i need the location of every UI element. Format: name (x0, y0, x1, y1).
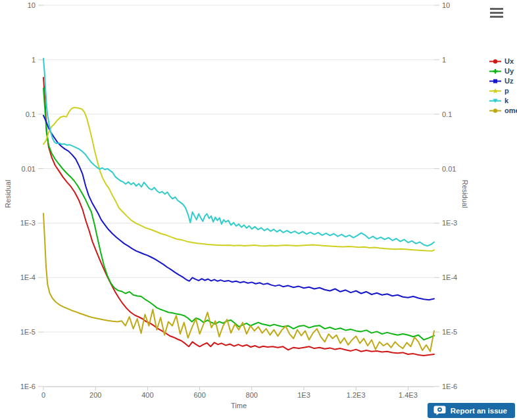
report-issue-button[interactable]: Report an issue (428, 403, 515, 418)
y-axis-label-left: 1 (32, 56, 36, 64)
chart-context-menu-button[interactable] (487, 5, 506, 20)
series-line-p (43, 108, 434, 251)
x-axis-label: 1.2E3 (347, 391, 366, 399)
y-axis-label-left: 1E-3 (20, 219, 36, 227)
legend-marker-circle-icon (489, 108, 501, 114)
residuals-chart: Residual Residual Time 1010110.10.10.010… (0, 0, 517, 420)
x-axis-title: Time (231, 402, 247, 409)
legend-item-Uy[interactable]: Uy (489, 66, 517, 76)
legend-item-Ux[interactable]: Ux (489, 57, 517, 66)
legend-item-p[interactable]: p (489, 86, 517, 96)
y-axis-label-right: 0.01 (442, 165, 456, 173)
residuals-plot-widget: Residual Residual Time 1010110.10.10.010… (0, 0, 517, 420)
x-axis-label: 800 (246, 391, 258, 399)
series-line-k (43, 58, 434, 246)
legend-label: omega (505, 107, 517, 114)
legend-item-Uz[interactable]: Uz (489, 76, 517, 86)
legend-marker-star-icon (489, 88, 501, 94)
legend-label: Uy (505, 68, 514, 75)
y-axis-title-left: Residual (4, 180, 12, 208)
legend-item-k[interactable]: k (489, 96, 517, 106)
legend-marker-square-icon (489, 78, 501, 84)
legend-label: Uz (505, 78, 513, 85)
y-axis-label-right: 1E-5 (442, 328, 457, 336)
y-axis-label-right: 1E-4 (442, 273, 457, 281)
legend: UxUyUzpkomega (489, 57, 517, 116)
y-axis-label-left: 1E-5 (20, 328, 36, 336)
y-axis-label-right: 1E-3 (442, 219, 457, 227)
hamburger-icon (490, 8, 503, 10)
x-axis-label: 200 (89, 391, 101, 399)
y-axis-label-left: 1E-4 (20, 273, 36, 281)
series-line-Uz (43, 116, 434, 300)
legend-marker-plus-icon (489, 68, 501, 74)
y-axis-label-left: 1E-6 (20, 383, 36, 390)
y-axis-label-right: 10 (442, 1, 450, 9)
series-line-Ux (43, 78, 434, 356)
report-issue-label: Report an issue (451, 407, 507, 415)
legend-marker-triangle-down-icon (489, 98, 501, 104)
x-axis-label: 400 (141, 391, 153, 399)
x-axis-label: 0 (41, 391, 45, 399)
legend-marker-circle-icon (489, 58, 501, 64)
y-axis-label-right: 1 (442, 56, 446, 64)
y-axis-label-right: 0.1 (442, 110, 452, 118)
x-axis-label: 1.4E3 (399, 391, 418, 399)
y-axis-label-left: 0.01 (22, 165, 36, 173)
y-axis-label-right: 1E-6 (442, 383, 457, 390)
legend-item-omega[interactable]: omega (489, 106, 517, 116)
legend-label: Ux (505, 58, 514, 65)
legend-label: p (505, 87, 509, 95)
y-axis-label-left: 10 (28, 1, 36, 9)
x-axis-label: 600 (193, 391, 205, 399)
x-axis-label: 1E3 (297, 391, 310, 399)
series-line-Uy (43, 88, 434, 340)
y-axis-label-left: 0.1 (26, 110, 36, 118)
camera-speech-bubble-icon (433, 406, 446, 415)
y-axis-title-right: Residual (461, 180, 469, 208)
legend-label: k (505, 97, 508, 105)
